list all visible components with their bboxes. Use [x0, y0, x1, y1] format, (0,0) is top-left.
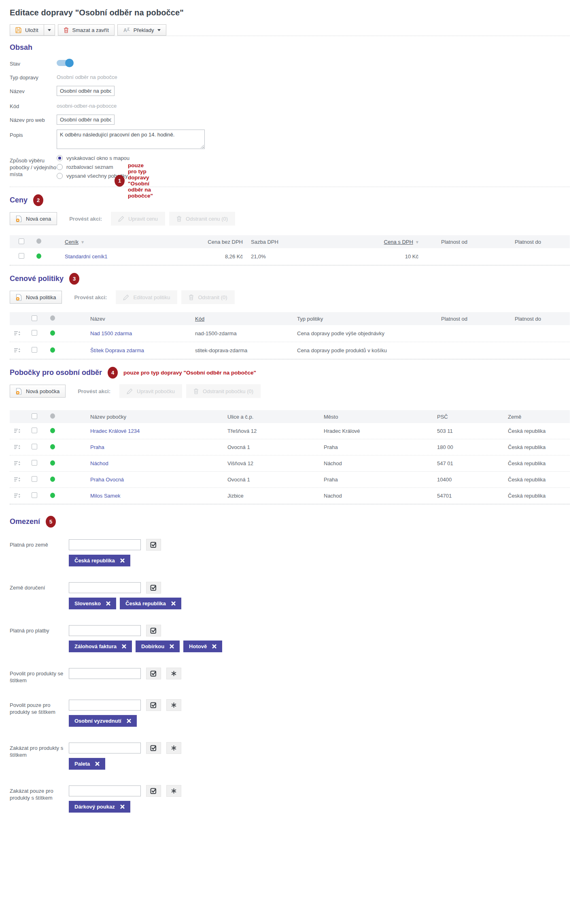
delete-branch-button[interactable]: Odstranit pobočku (0): [186, 384, 261, 398]
asterisk-button[interactable]: [166, 699, 181, 711]
drag-handle-icon[interactable]: [14, 477, 28, 482]
select-all-checkbox[interactable]: [19, 238, 24, 244]
name-input[interactable]: [57, 86, 115, 96]
remove-tag-icon[interactable]: [120, 804, 125, 809]
price-with-vat: 10 Kč: [336, 253, 421, 260]
tag-search-input[interactable]: [69, 668, 141, 679]
tag-search-input[interactable]: [69, 582, 141, 593]
field-label: Povolit pro produkty se štítkem: [10, 668, 69, 684]
branch-street: Třešňová 12: [223, 428, 320, 434]
branch-city: Náchod: [320, 460, 433, 466]
branch-link[interactable]: Milos Samek: [90, 493, 120, 499]
remove-tag-icon[interactable]: [95, 762, 100, 766]
save-dropdown-button[interactable]: [44, 24, 55, 36]
save-button-group: Uložit: [10, 24, 55, 36]
radio-option[interactable]: vyskakovací okno s mapou: [57, 155, 129, 161]
annotation-badge: 2: [33, 194, 43, 206]
row-checkbox[interactable]: [32, 347, 37, 353]
selected-tag[interactable]: Česká republika: [120, 598, 181, 609]
radio-button[interactable]: [57, 173, 63, 179]
row-checkbox[interactable]: [32, 330, 37, 336]
asterisk-button[interactable]: [166, 785, 181, 797]
select-all-button[interactable]: [146, 582, 161, 594]
status-toggle[interactable]: [57, 60, 73, 66]
select-all-checkbox[interactable]: [32, 413, 37, 419]
sort-header-kod[interactable]: Kód: [195, 316, 204, 322]
select-all-button[interactable]: [146, 742, 161, 754]
select-all-button[interactable]: [146, 539, 161, 551]
new-policy-button[interactable]: Nová politika: [10, 291, 62, 304]
delete-policy-button[interactable]: Odstranit (0): [181, 290, 234, 304]
price-list-link[interactable]: Standardní ceník1: [65, 253, 108, 260]
row-checkbox[interactable]: [32, 476, 37, 482]
branch-link[interactable]: Praha: [90, 444, 104, 450]
field-label: Zakázat pro produkty s štítkem: [10, 742, 69, 770]
drag-handle-icon[interactable]: [14, 445, 28, 450]
row-checkbox[interactable]: [32, 492, 37, 498]
radio-button[interactable]: [57, 164, 63, 170]
description-textarea[interactable]: K odběru následující pracovní den po 14.…: [57, 130, 205, 149]
selected-tag[interactable]: Paleta: [69, 758, 105, 770]
row-checkbox[interactable]: [32, 428, 37, 433]
pencil-icon: [123, 294, 129, 300]
tag-search-input[interactable]: [69, 785, 141, 796]
translations-button[interactable]: A Překlady: [117, 24, 167, 36]
selected-tag[interactable]: Česká republika: [69, 555, 130, 566]
edit-policy-button[interactable]: Editovat politiku: [116, 290, 177, 304]
tag-search-input[interactable]: [69, 743, 141, 753]
save-button[interactable]: Uložit: [10, 24, 44, 36]
selected-tag[interactable]: Hotově: [183, 641, 222, 652]
annotation-text: pouze pro typ dopravy "Osobní odběr na p…: [123, 370, 256, 376]
select-all-button[interactable]: [146, 785, 161, 797]
drag-handle-icon[interactable]: [14, 348, 28, 353]
drag-handle-icon[interactable]: [14, 493, 28, 498]
row-checkbox[interactable]: [32, 460, 37, 466]
delete-price-button[interactable]: Odstranit cenu (0): [169, 212, 235, 226]
policy-link[interactable]: Štítek Doprava zdarma: [90, 347, 144, 353]
select-all-button[interactable]: [146, 668, 161, 679]
sort-header-cena-s-dph[interactable]: Cena s DPH: [384, 239, 413, 245]
row-checkbox[interactable]: [19, 253, 24, 259]
edit-price-button[interactable]: Upravit cenu: [111, 212, 165, 226]
remove-tag-icon[interactable]: [106, 601, 110, 606]
select-all-button[interactable]: [146, 699, 161, 711]
branch-link[interactable]: Praha Ovocná: [90, 477, 124, 483]
remove-tag-icon[interactable]: [212, 644, 217, 649]
select-all-button[interactable]: [146, 625, 161, 636]
new-branch-button[interactable]: Nová pobočka: [10, 385, 66, 398]
remove-tag-icon[interactable]: [122, 644, 126, 649]
remove-tag-icon[interactable]: [171, 601, 176, 606]
asterisk-button[interactable]: [166, 668, 181, 679]
field-label: Platná pro platby: [10, 625, 69, 652]
selected-tag[interactable]: Zálohová faktura: [69, 641, 132, 652]
selected-tags: Slovensko Česká republika: [69, 598, 181, 609]
asterisk-button[interactable]: [166, 742, 181, 754]
pencil-icon: [127, 388, 133, 394]
tag-label: Hotově: [189, 643, 207, 649]
branch-link[interactable]: Hradec Králové 1234: [90, 428, 140, 434]
column-header: Cena bez DPH: [178, 239, 247, 245]
selected-tag[interactable]: Slovensko: [69, 598, 116, 609]
selected-tag[interactable]: Osobní vyzvednutí: [69, 715, 137, 727]
delete-and-close-button[interactable]: Smazat a zavřít: [58, 24, 115, 36]
edit-branch-button[interactable]: Upravit pobočku: [119, 384, 182, 398]
branch-link[interactable]: Náchod: [90, 460, 108, 466]
row-checkbox[interactable]: [32, 444, 37, 449]
selected-tag[interactable]: Dárkový poukaz: [69, 801, 130, 813]
drag-handle-icon[interactable]: [14, 331, 28, 336]
radio-button[interactable]: [57, 155, 63, 161]
tag-search-input[interactable]: [69, 700, 141, 711]
new-price-button[interactable]: Nová cena: [10, 212, 57, 225]
drag-handle-icon[interactable]: [14, 428, 28, 434]
remove-tag-icon[interactable]: [120, 558, 125, 563]
tag-search-input[interactable]: [69, 539, 141, 550]
policy-link[interactable]: Nad 1500 zdarma: [90, 330, 132, 336]
tag-search-input[interactable]: [69, 625, 141, 636]
remove-tag-icon[interactable]: [170, 644, 174, 649]
select-all-checkbox[interactable]: [32, 315, 37, 321]
web-name-input[interactable]: [57, 115, 115, 125]
selected-tag[interactable]: Dobírkou: [136, 641, 180, 652]
drag-handle-icon[interactable]: [14, 461, 28, 466]
sort-header-cenik[interactable]: Ceník: [65, 239, 79, 245]
remove-tag-icon[interactable]: [127, 719, 131, 723]
